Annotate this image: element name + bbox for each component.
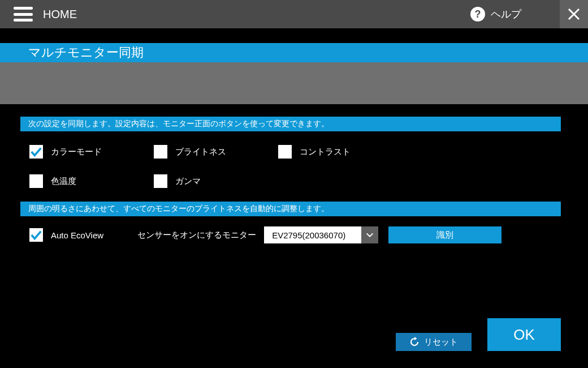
close-button[interactable] bbox=[560, 0, 588, 28]
help-label: ヘルプ bbox=[491, 7, 521, 21]
checkbox[interactable] bbox=[278, 145, 292, 159]
close-icon bbox=[567, 7, 581, 21]
help-icon: ? bbox=[470, 7, 485, 22]
home-label[interactable]: HOME bbox=[43, 8, 77, 21]
chevron-down-icon bbox=[361, 226, 378, 243]
option-color-mode[interactable]: カラーモード bbox=[29, 145, 154, 159]
option-auto-ecoview[interactable]: Auto EcoView bbox=[29, 228, 103, 242]
section-header-ecoview: 周囲の明るさにあわせて、すべてのモニターのブライトネスを自動的に調整します。 bbox=[20, 202, 561, 216]
sync-options-grid: カラーモード ブライトネス コントラスト 色温度 ガンマ bbox=[29, 131, 561, 202]
option-label: ブライトネス bbox=[175, 147, 226, 157]
option-brightness[interactable]: ブライトネス bbox=[154, 145, 278, 159]
option-label: Auto EcoView bbox=[51, 230, 103, 240]
refresh-icon bbox=[409, 337, 420, 347]
reset-button[interactable]: リセット bbox=[396, 333, 472, 351]
sensor-monitor-dropdown[interactable]: EV2795(20036070) bbox=[264, 226, 378, 243]
option-label: 色温度 bbox=[51, 176, 76, 187]
option-gamma[interactable]: ガンマ bbox=[154, 174, 278, 188]
spacer bbox=[0, 28, 588, 43]
checkbox[interactable] bbox=[29, 174, 43, 188]
page-title: マルチモニター同期 bbox=[0, 43, 588, 62]
ok-button[interactable]: OK bbox=[487, 318, 561, 351]
sensor-monitor-label: センサーをオンにするモニター bbox=[137, 230, 256, 241]
option-label: コントラスト bbox=[300, 147, 351, 157]
footer-buttons: リセット OK bbox=[396, 318, 561, 351]
reset-label: リセット bbox=[424, 337, 458, 348]
option-label: カラーモード bbox=[51, 147, 102, 157]
option-color-temp[interactable]: 色温度 bbox=[29, 174, 154, 188]
spacer bbox=[0, 104, 588, 117]
checkbox[interactable] bbox=[29, 228, 43, 242]
option-label: ガンマ bbox=[175, 176, 201, 187]
menu-icon[interactable] bbox=[14, 7, 33, 22]
topbar: HOME ? ヘルプ bbox=[0, 0, 588, 28]
checkbox[interactable] bbox=[154, 174, 167, 188]
identify-button[interactable]: 識別 bbox=[388, 226, 501, 243]
help-button[interactable]: ? ヘルプ bbox=[470, 0, 521, 28]
dropdown-selected: EV2795(20036070) bbox=[264, 226, 361, 243]
option-contrast[interactable]: コントラスト bbox=[278, 145, 403, 159]
ecoview-row: Auto EcoView センサーをオンにするモニター EV2795(20036… bbox=[29, 216, 561, 243]
preview-band bbox=[0, 62, 588, 104]
checkbox[interactable] bbox=[29, 145, 43, 159]
section-header-sync: 次の設定を同期します。設定内容は、モニター正面のボタンを使って変更できます。 bbox=[20, 117, 561, 131]
checkbox[interactable] bbox=[154, 145, 167, 159]
